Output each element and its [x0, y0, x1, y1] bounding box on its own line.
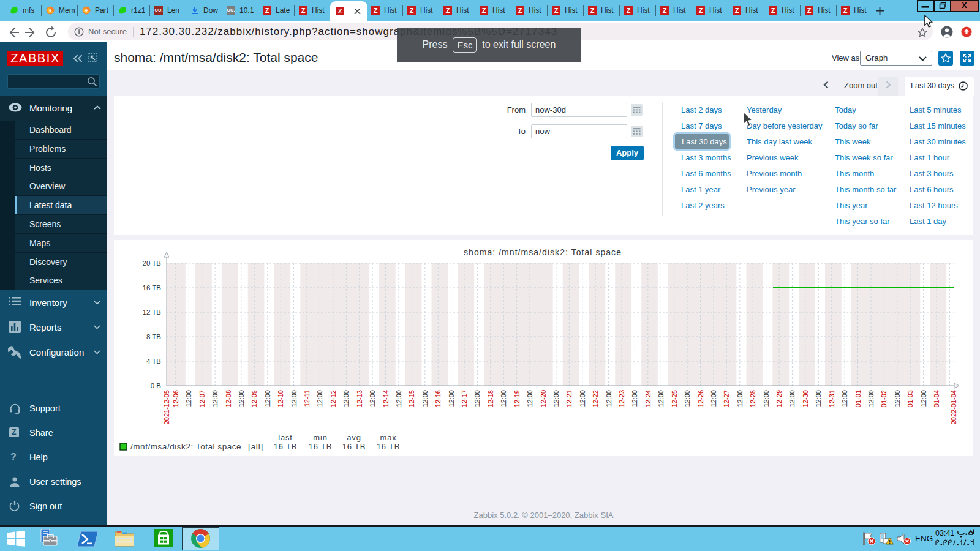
svg-text:12:00: 12:00 [211, 390, 219, 407]
svg-text:12-29: 12-29 [775, 390, 783, 407]
svg-text:12-26: 12-26 [697, 390, 704, 407]
svg-text:12:00: 12:00 [238, 390, 245, 407]
svg-text:12:00: 12:00 [605, 390, 612, 407]
svg-text:16 TB: 16 TB [377, 442, 400, 451]
svg-text:12:00: 12:00 [290, 390, 298, 407]
svg-text:12-25: 12-25 [671, 390, 678, 407]
svg-text:16 TB: 16 TB [309, 442, 332, 451]
svg-text:12-31: 12-31 [828, 390, 835, 407]
svg-text:12-24: 12-24 [644, 390, 652, 407]
svg-text:12-22: 12-22 [592, 390, 599, 407]
svg-text:12-28: 12-28 [749, 390, 756, 407]
svg-text:avg: avg [347, 433, 361, 442]
svg-text:12-20: 12-20 [540, 390, 547, 407]
svg-text:12-15: 12-15 [408, 390, 415, 407]
svg-text:12-11: 12-11 [303, 390, 311, 407]
svg-text:4 TB: 4 TB [146, 358, 161, 365]
svg-text:01-04: 01-04 [933, 390, 940, 407]
svg-text:last: last [278, 433, 292, 442]
svg-text:min: min [313, 433, 327, 442]
svg-text:12:00: 12:00 [815, 390, 822, 407]
svg-text:12:00: 12:00 [369, 390, 376, 407]
svg-text:12:00: 12:00 [920, 390, 927, 407]
svg-text:12-23: 12-23 [618, 390, 625, 407]
svg-text:12-19: 12-19 [513, 390, 521, 407]
svg-text:12-06: 12-06 [172, 390, 179, 407]
svg-text:16 TB: 16 TB [274, 442, 297, 451]
svg-text:12:00: 12:00 [788, 390, 796, 407]
svg-text:12:00: 12:00 [185, 390, 192, 407]
svg-text:12:00: 12:00 [841, 390, 848, 407]
svg-text:12:00: 12:00 [763, 390, 770, 407]
svg-text:12-09: 12-09 [251, 390, 258, 407]
svg-text:12:00: 12:00 [395, 390, 402, 407]
svg-text:16 TB: 16 TB [342, 442, 366, 451]
svg-text:12-27: 12-27 [723, 390, 730, 407]
svg-text:2021-12-05: 2021-12-05 [163, 390, 170, 424]
svg-text:12 TB: 12 TB [143, 309, 162, 316]
svg-text:12-21: 12-21 [565, 390, 573, 407]
svg-text:2022-01-04: 2022-01-04 [950, 390, 957, 424]
svg-text:12-13: 12-13 [356, 390, 363, 407]
svg-text:16 TB: 16 TB [143, 284, 162, 291]
svg-text:12:00: 12:00 [657, 390, 665, 407]
svg-text:12:00: 12:00 [264, 390, 271, 407]
svg-text:12:00: 12:00 [500, 390, 507, 407]
svg-text:12:00: 12:00 [421, 390, 429, 407]
svg-text:12:00: 12:00 [473, 390, 481, 407]
svg-text:12-12: 12-12 [330, 390, 337, 407]
svg-text:12:00: 12:00 [552, 390, 560, 407]
svg-text:12-30: 12-30 [802, 390, 809, 407]
svg-text:12:00: 12:00 [894, 390, 901, 407]
svg-text:8 TB: 8 TB [146, 333, 161, 340]
svg-text:01-03: 01-03 [907, 390, 914, 407]
svg-text:max: max [380, 433, 397, 442]
svg-text:12-08: 12-08 [225, 390, 232, 407]
svg-text:12-07: 12-07 [198, 390, 206, 407]
svg-text:12:00: 12:00 [710, 390, 717, 407]
svg-text:12:00: 12:00 [448, 390, 455, 407]
svg-text:12:00: 12:00 [342, 390, 350, 407]
svg-text:12-14: 12-14 [382, 390, 390, 407]
svg-text:20 TB: 20 TB [143, 260, 162, 267]
svg-text:12:00: 12:00 [579, 390, 586, 407]
svg-text:12-17: 12-17 [461, 390, 468, 407]
svg-text:12-10: 12-10 [277, 390, 284, 407]
svg-text:12:00: 12:00 [867, 390, 875, 407]
svg-text:01-01: 01-01 [854, 390, 862, 407]
svg-text:12:00: 12:00 [526, 390, 533, 407]
svg-text:12:00: 12:00 [316, 390, 323, 407]
svg-text:12:00: 12:00 [736, 390, 744, 407]
svg-text:01-02: 01-02 [880, 390, 888, 407]
svg-text:12-18: 12-18 [487, 390, 494, 407]
svg-text:shoma: /mnt/msa/disk2: Total s: shoma: /mnt/msa/disk2: Total space [464, 247, 622, 257]
svg-text:[all]: [all] [248, 442, 263, 451]
svg-text:/mnt/msa/disk2: Total space: /mnt/msa/disk2: Total space [130, 442, 241, 451]
svg-text:12:00: 12:00 [684, 390, 691, 407]
svg-text:0 B: 0 B [151, 382, 162, 389]
svg-text:12:00: 12:00 [631, 390, 638, 407]
svg-text:12-16: 12-16 [434, 390, 442, 407]
